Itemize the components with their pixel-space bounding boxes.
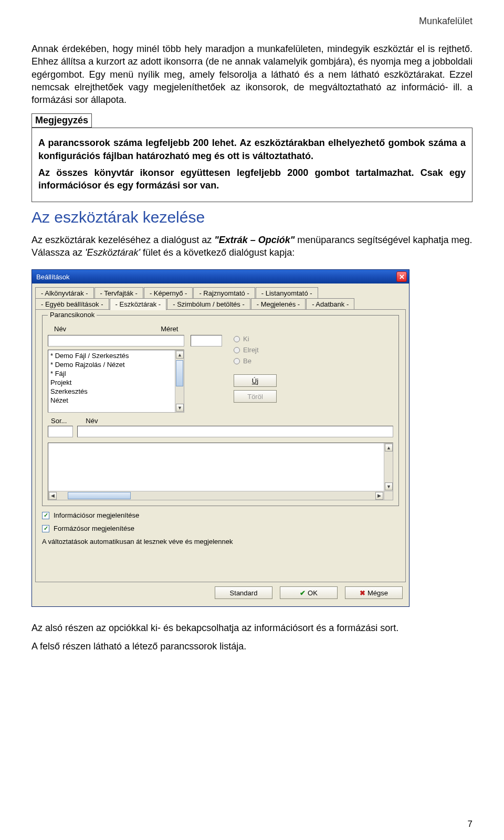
note-label: Megjegyzés (32, 113, 92, 128)
radio-icon (234, 347, 240, 353)
radio-ki[interactable]: Ki (234, 335, 277, 343)
footer-p2: A felső részen látható a létező parancss… (32, 640, 472, 653)
scroll-left-icon[interactable]: ◀ (49, 492, 57, 500)
group-legend: Parancsikonok (48, 311, 97, 319)
checkbox-format-label: Formázósor megjelenítése (54, 524, 134, 532)
paragraph-1: Annak érdekében, hogy minél több hely ma… (32, 43, 472, 106)
page-header: Munkafelület (32, 16, 472, 27)
dialog-titlebar[interactable]: Beállítások ✕ (32, 270, 409, 284)
note-p2: Az összes könyvtár ikonsor együttesen le… (38, 166, 466, 192)
tab-adatbank[interactable]: - Adatbank - (306, 298, 354, 310)
standard-button[interactable]: Standard (215, 586, 272, 599)
check-icon: ✔ (300, 589, 306, 597)
scroll-up-icon[interactable]: ▲ (176, 351, 184, 359)
checkbox-info-row[interactable]: ✓ Információsor megjelenítése (42, 511, 399, 519)
tab-listanyomtato[interactable]: - Listanyomtató - (256, 287, 318, 299)
checkbox-info-label: Információsor megjelenítése (54, 511, 139, 519)
close-button[interactable]: ✕ (396, 271, 407, 282)
radio-be[interactable]: Be (234, 357, 277, 365)
ok-button[interactable]: ✔ OK (280, 586, 338, 599)
tab-megjelenes[interactable]: - Megjelenés - (251, 298, 306, 310)
checkbox-checked-icon: ✓ (42, 512, 49, 519)
list-item[interactable]: * Demo Fájl / Szerkesztés (50, 351, 182, 360)
radio-elrejt[interactable]: Elrejt (234, 346, 277, 354)
lower-listbox[interactable]: ▲ ▼ ◀ ▶ (48, 443, 393, 500)
close-icon: ✕ (399, 274, 405, 280)
scroll-thumb[interactable] (68, 492, 131, 499)
list-item[interactable]: * Demo Rajzolás / Nézet (50, 360, 182, 369)
tab-kepernyo[interactable]: - Képernyő - (144, 287, 193, 299)
x-icon: ✖ (360, 589, 365, 597)
tab-egyeb[interactable]: - Egyéb beállítások - (35, 298, 109, 310)
commandbar-listbox[interactable]: * Demo Fájl / Szerkesztés * Demo Rajzolá… (48, 350, 184, 413)
cancel-button[interactable]: ✖ Mégse (345, 586, 403, 599)
radio-icon (234, 336, 240, 342)
settings-dialog: Beállítások ✕ - Alkönyvtárak - - Tervfaj… (32, 269, 410, 607)
scroll-thumb[interactable] (176, 360, 183, 386)
scroll-up-icon[interactable]: ▲ (385, 444, 393, 452)
radio-icon (234, 358, 240, 364)
tab-row-1: - Alkönyvtárak - - Tervfajták - - Képern… (35, 287, 406, 298)
label-nev2: Név (86, 417, 98, 425)
nev-input[interactable] (48, 335, 184, 346)
note-p1: A parancssorok száma legfeljebb 200 lehe… (38, 136, 466, 162)
list-item[interactable]: Nézet (50, 396, 182, 405)
tab-szimbolum[interactable]: - Szimbólum / betöltés - (167, 298, 250, 310)
dialog-title: Beállítások (36, 273, 70, 281)
list-item[interactable]: * Fájl (50, 369, 182, 378)
label-meret: Méret (161, 325, 178, 333)
scroll-right-icon[interactable]: ▶ (375, 492, 383, 500)
checkbox-checked-icon: ✓ (42, 525, 49, 532)
list-item[interactable]: Szerkesztés (50, 387, 182, 396)
tab-alkonyvtarak[interactable]: - Alkönyvtárak - (35, 287, 94, 299)
tab-eszkoztarak[interactable]: - Eszköztárak - (110, 298, 167, 310)
section-title: Az eszköztárak kezelése (32, 208, 472, 226)
sor-input[interactable] (48, 426, 73, 437)
groupbox-parancsikonok: Parancsikonok Név Méret * Demo Fájl / Sz… (42, 315, 399, 506)
torol-button[interactable]: Töröl (234, 390, 277, 403)
tab-panel: Parancsikonok Név Méret * Demo Fájl / Sz… (35, 309, 406, 582)
footer-p1: Az alsó részen az opciókkal ki- és bekap… (32, 622, 472, 634)
scroll-corner (384, 491, 393, 500)
nev2-input[interactable] (77, 426, 393, 437)
checkbox-format-row[interactable]: ✓ Formázósor megjelenítése (42, 524, 399, 532)
scroll-down-icon[interactable]: ▼ (385, 482, 393, 490)
meret-input[interactable] (191, 335, 222, 346)
label-sor: Sor... (51, 417, 67, 425)
scrollbar-vertical[interactable]: ▲ ▼ (384, 443, 393, 491)
note-box: A parancssorok száma legfeljebb 200 lehe… (32, 128, 472, 202)
auto-note: A változtatások automatikusan át lesznek… (42, 538, 399, 545)
scrollbar-horizontal[interactable]: ◀ ▶ (48, 491, 384, 500)
scrollbar-vertical[interactable]: ▲ ▼ (175, 350, 184, 412)
label-nev: Név (54, 325, 66, 333)
dialog-intro: Az eszköztárak kezeléséhez a dialógust a… (32, 234, 472, 259)
scroll-down-icon[interactable]: ▼ (176, 404, 184, 412)
tab-rajznyomtato[interactable]: - Rajznyomtató - (193, 287, 255, 299)
page-number: 7 (468, 819, 472, 830)
uj-button[interactable]: Új (234, 374, 277, 387)
list-item[interactable]: Projekt (50, 378, 182, 387)
tab-row-2: - Egyéb beállítások - - Eszköztárak - - … (35, 298, 406, 310)
tab-tervfajtak[interactable]: - Tervfajták - (94, 287, 143, 299)
